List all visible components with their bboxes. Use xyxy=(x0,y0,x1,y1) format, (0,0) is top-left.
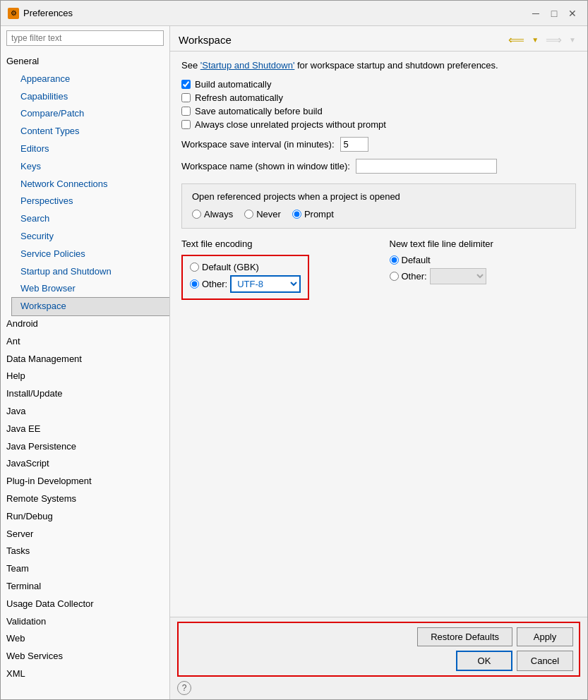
sidebar-item-web-services[interactable]: Web Services xyxy=(1,648,169,665)
panel-header: Workspace ⟸ ▼ ⟹ ▼ xyxy=(170,26,587,52)
encoding-box: Default (GBK) Other: UTF-8 UTF-16 ISO-88… xyxy=(181,255,309,300)
bottom-area: Restore Defaults Apply OK Cancel ? xyxy=(170,617,587,699)
startup-shutdown-link[interactable]: 'Startup and Shutdown' xyxy=(200,60,295,71)
bottom-buttons-bottom: OK Cancel xyxy=(184,651,573,671)
help-button[interactable]: ? xyxy=(177,681,191,695)
save-interval-input[interactable] xyxy=(340,137,368,152)
sidebar-item-remote-systems[interactable]: Remote Systems xyxy=(1,490,169,508)
build-automatically-checkbox[interactable] xyxy=(181,80,191,89)
delimiter-default-row: Default xyxy=(390,255,577,265)
encoding-default-radio[interactable] xyxy=(190,262,199,272)
radio-never[interactable] xyxy=(244,210,253,219)
sidebar-item-capabilities[interactable]: Capabilities xyxy=(12,88,169,106)
sidebar-item-network-connections[interactable]: Network Connections xyxy=(12,176,169,193)
checkbox-refresh-automatically: Refresh automatically xyxy=(181,92,576,103)
sidebar-item-team[interactable]: Team xyxy=(1,560,169,578)
radio-always-row: Always xyxy=(192,209,233,219)
sidebar-item-android[interactable]: Android xyxy=(1,315,169,333)
sidebar-item-javascript[interactable]: JavaScript xyxy=(1,455,169,473)
checkbox-build-automatically: Build automatically xyxy=(181,79,576,90)
cancel-button[interactable]: Cancel xyxy=(517,651,573,671)
sidebar-item-usage-data-collector[interactable]: Usage Data Collector xyxy=(1,596,169,613)
sidebar-item-workspace[interactable]: Workspace xyxy=(12,298,169,315)
open-referenced-title: Open referenced projects when a project … xyxy=(192,191,565,202)
sidebar-item-perspectives[interactable]: Perspectives xyxy=(12,193,169,210)
tree-general-children: Appearance Capabilities Compare/Patch Co… xyxy=(1,71,169,315)
sidebar-item-xml[interactable]: XML xyxy=(1,665,169,683)
sidebar-item-terminal[interactable]: Terminal xyxy=(1,578,169,596)
encoding-other-select[interactable]: UTF-8 UTF-16 ISO-8859-1 GBK xyxy=(230,275,301,293)
maximize-button[interactable]: □ xyxy=(546,6,562,21)
encoding-other-label: Other: xyxy=(202,279,227,289)
workspace-name-label: Workspace name (shown in window title): xyxy=(181,161,350,171)
sidebar-item-java[interactable]: Java xyxy=(1,403,169,421)
save-before-build-checkbox[interactable] xyxy=(181,107,191,116)
radio-prompt[interactable] xyxy=(292,210,301,219)
sidebar-item-content-types[interactable]: Content Types xyxy=(12,123,169,140)
encoding-other-row: Other: UTF-8 UTF-16 ISO-8859-1 GBK xyxy=(190,275,301,293)
encoding-other-radio[interactable] xyxy=(190,279,199,289)
description-line: See 'Startup and Shutdown' for workspace… xyxy=(181,60,576,71)
delimiter-default-radio[interactable] xyxy=(390,255,399,265)
sidebar-item-service-policies[interactable]: Service Policies xyxy=(12,246,169,263)
encoding-delimiter-row: Text file encoding Default (GBK) Other: … xyxy=(181,239,576,300)
checkbox-close-unrelated-projects: Always close unrelated projects without … xyxy=(181,119,576,130)
sidebar-item-java-ee[interactable]: Java EE xyxy=(1,421,169,438)
delimiter-other-radio[interactable] xyxy=(390,272,399,281)
sidebar-item-compare-patch[interactable]: Compare/Patch xyxy=(12,105,169,123)
description-prefix: See xyxy=(181,60,200,71)
back-dropdown-button[interactable]: ▼ xyxy=(529,35,541,45)
restore-defaults-button[interactable]: Restore Defaults xyxy=(417,627,512,646)
sidebar: General Appearance Capabilities Compare/… xyxy=(1,26,170,699)
sidebar-item-editors[interactable]: Editors xyxy=(12,140,169,158)
sidebar-item-web-browser[interactable]: Web Browser xyxy=(12,280,169,298)
radio-prompt-label: Prompt xyxy=(304,209,334,219)
sidebar-item-server[interactable]: Server xyxy=(1,526,169,543)
sidebar-item-search[interactable]: Search xyxy=(12,210,169,228)
title-bar: ⚙ Preferences ─ □ ✕ xyxy=(1,1,587,26)
sidebar-item-startup-shutdown[interactable]: Startup and Shutdown xyxy=(12,263,169,281)
refresh-automatically-checkbox[interactable] xyxy=(181,93,191,102)
radio-always[interactable] xyxy=(192,210,201,219)
tree-group-general[interactable]: General xyxy=(1,53,169,71)
tree: General Appearance Capabilities Compare/… xyxy=(1,50,169,699)
help-area: ? xyxy=(177,681,580,695)
bottom-buttons-top: Restore Defaults Apply xyxy=(184,627,573,646)
sidebar-item-run-debug[interactable]: Run/Debug xyxy=(1,508,169,526)
panel-content: See 'Startup and Shutdown' for workspace… xyxy=(170,52,587,617)
encoding-section: Text file encoding Default (GBK) Other: … xyxy=(181,239,368,300)
filter-input[interactable] xyxy=(6,30,164,46)
sidebar-item-keys[interactable]: Keys xyxy=(12,158,169,176)
delimiter-other-select xyxy=(430,268,486,284)
sidebar-item-plugin-development[interactable]: Plug-in Development xyxy=(1,473,169,490)
sidebar-item-validation[interactable]: Validation xyxy=(1,613,169,631)
save-interval-row: Workspace save interval (in minutes): xyxy=(181,137,576,152)
apply-button[interactable]: Apply xyxy=(517,627,573,646)
sidebar-item-ant[interactable]: Ant xyxy=(1,333,169,351)
sidebar-item-install-update[interactable]: Install/Update xyxy=(1,385,169,403)
sidebar-item-java-persistence[interactable]: Java Persistence xyxy=(1,438,169,456)
encoding-default-row: Default (GBK) xyxy=(190,262,301,272)
refresh-automatically-label: Refresh automatically xyxy=(195,92,283,103)
panel-title: Workspace xyxy=(179,34,232,46)
sidebar-item-web[interactable]: Web xyxy=(1,630,169,648)
close-unrelated-projects-checkbox[interactable] xyxy=(181,120,191,129)
radio-never-row: Never xyxy=(244,209,281,219)
encoding-title: Text file encoding xyxy=(181,239,368,249)
back-button[interactable]: ⟸ xyxy=(505,32,527,48)
close-button[interactable]: ✕ xyxy=(565,6,580,21)
window-controls: ─ □ ✕ xyxy=(528,6,580,21)
encoding-default-label: Default (GBK) xyxy=(202,262,259,272)
ok-button[interactable]: OK xyxy=(456,651,512,671)
sidebar-item-help[interactable]: Help xyxy=(1,368,169,385)
forward-dropdown-button[interactable]: ▼ xyxy=(566,35,579,45)
sidebar-item-data-management[interactable]: Data Management xyxy=(1,351,169,368)
checkbox-save-before-build: Save automatically before build xyxy=(181,106,576,116)
forward-button[interactable]: ⟹ xyxy=(543,32,565,48)
minimize-button[interactable]: ─ xyxy=(528,6,544,21)
window-title: Preferences xyxy=(23,8,73,18)
workspace-name-input[interactable] xyxy=(356,159,497,174)
sidebar-item-security[interactable]: Security xyxy=(12,228,169,246)
sidebar-item-appearance[interactable]: Appearance xyxy=(12,71,169,88)
sidebar-item-tasks[interactable]: Tasks xyxy=(1,543,169,560)
